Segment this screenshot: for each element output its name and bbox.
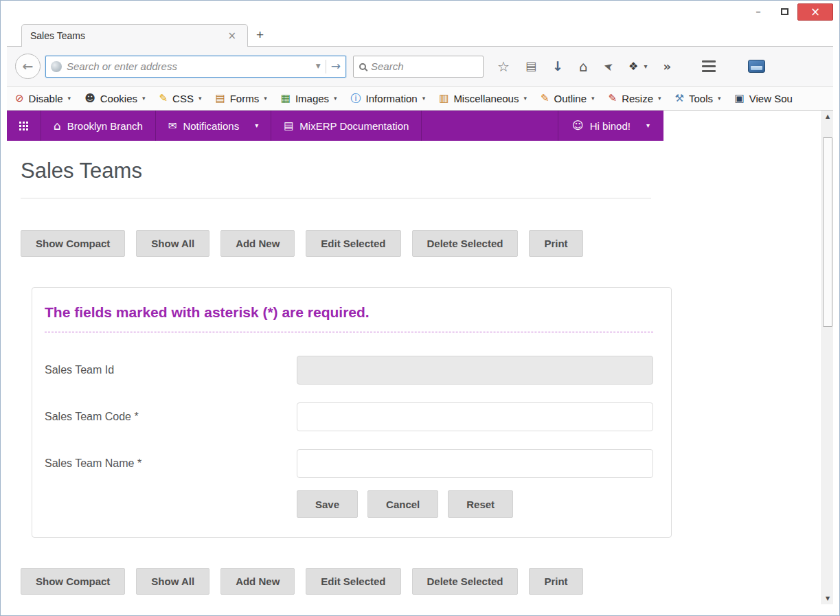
close-button[interactable]: ×: [797, 3, 833, 21]
browser-window: – × Sales Teams × + ← ▼ → ☆ ▤ ↓ ⌂: [0, 0, 840, 616]
edit-selected-button[interactable]: Edit Selected: [306, 568, 400, 595]
notifications-menu-item[interactable]: ✉ Notifications ▾: [156, 111, 271, 141]
show-compact-button[interactable]: Show Compact: [21, 568, 125, 595]
page-viewport: ⌂ Brooklyn Branch ✉ Notifications ▾ ▤ Mi…: [7, 111, 833, 604]
disable-icon: ⊘: [15, 93, 24, 104]
devbar-item-view-source[interactable]: ▣ View Sou: [735, 93, 793, 104]
delete-selected-button[interactable]: Delete Selected: [412, 568, 519, 595]
cookies-icon: ☻: [84, 93, 95, 104]
minimize-button[interactable]: –: [745, 3, 771, 20]
overflow-chevron-icon[interactable]: »: [663, 60, 671, 73]
devbar-item-cookies[interactable]: ☻ Cookies ▾: [84, 93, 145, 104]
show-compact-button[interactable]: Show Compact: [21, 230, 125, 257]
show-all-button[interactable]: Show All: [136, 230, 209, 257]
chevron-down-icon: ▾: [198, 95, 202, 102]
address-input[interactable]: [67, 60, 311, 72]
show-all-button[interactable]: Show All: [136, 568, 209, 595]
add-new-button[interactable]: Add New: [220, 230, 295, 257]
chevron-down-icon: ▾: [591, 95, 595, 102]
devbar-item-outline[interactable]: ✎ Outline ▾: [541, 93, 595, 104]
devbar-item-disable[interactable]: ⊘ Disable ▾: [15, 93, 71, 104]
browser-tab[interactable]: Sales Teams ×: [21, 24, 248, 47]
action-button-row-top: Show Compact Show All Add New Edit Selec…: [21, 230, 821, 257]
devbar-item-label: View Sou: [749, 93, 793, 104]
chevron-down-icon: ▾: [422, 95, 426, 102]
add-new-button[interactable]: Add New: [220, 568, 295, 595]
devbar-item-css[interactable]: ✎ CSS ▾: [159, 93, 202, 104]
reset-button[interactable]: Reset: [448, 490, 513, 518]
scroll-up-icon[interactable]: ▲: [822, 111, 833, 122]
apps-grid-icon: [19, 122, 28, 130]
devbar-item-resize[interactable]: ✎ Resize ▾: [609, 93, 661, 104]
menu-hamburger-icon[interactable]: [702, 65, 716, 67]
save-button[interactable]: Save: [297, 490, 358, 518]
devbar-item-forms[interactable]: ▤ Forms ▾: [215, 93, 266, 104]
sales-team-name-label: Sales Team Name *: [45, 457, 297, 470]
bookmark-star-icon[interactable]: ☆: [497, 60, 510, 73]
scrollbar-thumb[interactable]: [823, 137, 832, 327]
form-row-sales-team-id: Sales Team Id: [45, 356, 653, 385]
devbar-item-label: Images: [295, 93, 329, 104]
branch-label: Brooklyn Branch: [67, 120, 143, 132]
tab-close-icon[interactable]: ×: [225, 30, 239, 43]
address-bar-divider: [326, 60, 326, 73]
devbar-item-label: Outline: [554, 93, 587, 104]
maximize-button[interactable]: [771, 3, 797, 20]
envelope-icon: ✉: [168, 121, 177, 131]
minimize-icon: –: [756, 7, 761, 17]
user-menu-item[interactable]: ☺ Hi binod! ▾: [558, 111, 663, 141]
devbar-item-tools[interactable]: ⚒ Tools ▾: [675, 93, 721, 104]
maximize-icon: [781, 8, 788, 15]
edit-selected-button[interactable]: Edit Selected: [306, 230, 400, 257]
apps-menu-button[interactable]: [7, 111, 41, 141]
address-dropdown-icon[interactable]: ▼: [316, 63, 321, 69]
devbar-item-information[interactable]: ⓘ Information ▾: [351, 93, 426, 104]
window-titlebar: – ×: [7, 1, 833, 23]
bookmarks-menu-icon[interactable]: ▤: [525, 60, 536, 72]
branch-menu-item[interactable]: ⌂ Brooklyn Branch: [41, 111, 156, 141]
documentation-label: MixERP Documentation: [299, 120, 409, 132]
devbar-item-images[interactable]: ▦ Images ▾: [281, 93, 337, 104]
search-input[interactable]: [371, 60, 477, 72]
home-icon[interactable]: ⌂: [579, 60, 588, 73]
scroll-down-icon[interactable]: ▼: [822, 593, 833, 604]
addon-icon[interactable]: ❖: [628, 61, 638, 72]
back-button[interactable]: ←: [15, 54, 41, 79]
vertical-scrollbar[interactable]: ▲ ▼: [821, 111, 833, 604]
chevron-down-icon: ▾: [334, 95, 337, 102]
downloads-icon[interactable]: ↓: [552, 60, 563, 73]
chevron-down-icon: ▾: [255, 122, 258, 129]
image-addon-icon[interactable]: [748, 60, 765, 73]
addon-dropdown-icon[interactable]: ▾: [644, 63, 647, 70]
notifications-label: Notifications: [183, 120, 239, 132]
search-bar[interactable]: [353, 56, 484, 78]
devbar-item-miscellaneous[interactable]: ▥ Miscellaneous ▾: [439, 93, 527, 104]
sales-team-code-input[interactable]: [297, 402, 653, 431]
information-icon: ⓘ: [351, 93, 361, 104]
devbar-item-label: Forms: [230, 93, 260, 104]
css-icon: ✎: [159, 93, 168, 104]
sales-team-name-input[interactable]: [297, 449, 653, 478]
action-button-row-bottom: Show Compact Show All Add New Edit Selec…: [21, 568, 821, 595]
addon-button-group: ❖ ▾: [628, 61, 647, 72]
documentation-menu-item[interactable]: ▤ MixERP Documentation: [271, 111, 422, 141]
form-row-sales-team-name: Sales Team Name *: [45, 449, 653, 478]
devbar-item-label: Miscellaneous: [453, 93, 519, 104]
print-button[interactable]: Print: [529, 230, 582, 257]
mixerp-navbar: ⌂ Brooklyn Branch ✉ Notifications ▾ ▤ Mi…: [7, 111, 663, 141]
go-arrow-icon[interactable]: →: [331, 60, 341, 72]
form-panel: The fields marked with asterisk (*) are …: [32, 287, 672, 538]
cancel-button[interactable]: Cancel: [367, 490, 438, 518]
address-bar[interactable]: ▼ →: [45, 56, 346, 78]
scrollbar-track[interactable]: [822, 122, 833, 593]
devbar-item-label: Tools: [689, 93, 713, 104]
devbar-item-label: CSS: [172, 93, 194, 104]
new-tab-button[interactable]: +: [256, 27, 264, 43]
images-icon: ▦: [281, 93, 291, 104]
delete-selected-button[interactable]: Delete Selected: [412, 230, 519, 257]
chevron-down-icon: ▾: [68, 95, 71, 102]
send-tab-icon[interactable]: ➤: [602, 60, 614, 73]
window-controls: – ×: [745, 3, 833, 21]
print-button[interactable]: Print: [529, 568, 582, 595]
required-fields-note: The fields marked with asterisk (*) are …: [45, 303, 653, 332]
